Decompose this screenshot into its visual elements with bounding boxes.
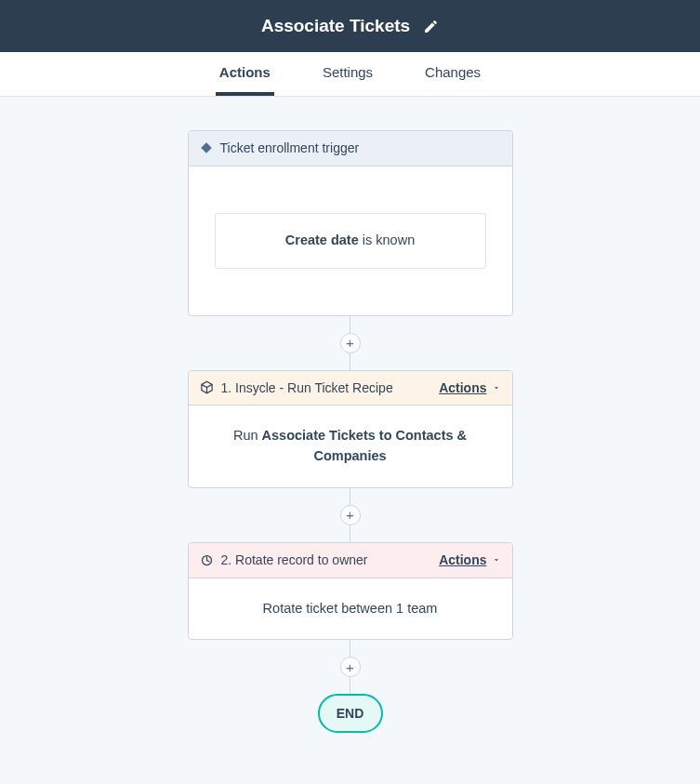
trigger-card-body: Create date is known — [189, 166, 512, 315]
rotate-icon — [200, 553, 214, 567]
add-step-button[interactable]: + — [340, 657, 361, 677]
step-2-header: 2. Rotate record to owner Actions — [189, 543, 512, 578]
connector-line — [350, 677, 350, 694]
edit-icon[interactable] — [423, 19, 439, 34]
tab-actions[interactable]: Actions — [216, 52, 274, 96]
trigger-chip-bold: Create date — [285, 233, 359, 247]
step-1-body: Run Associate Tickets to Contacts & Comp… — [189, 405, 512, 487]
chevron-down-icon — [492, 383, 501, 392]
tab-settings[interactable]: Settings — [319, 52, 376, 96]
step-2-card[interactable]: 2. Rotate record to owner Actions Rotate… — [188, 542, 513, 641]
page-title: Associate Tickets — [261, 16, 410, 36]
trigger-chip-rest: is known — [359, 233, 415, 247]
end-label: END — [337, 706, 364, 721]
connector-3: + — [340, 640, 361, 694]
end-badge: END — [318, 694, 383, 733]
step-1-header-label: 1. Insycle - Run Ticket Recipe — [221, 380, 432, 396]
step-1-actions-label: Actions — [439, 380, 486, 395]
diamond-icon — [200, 141, 213, 154]
step-1-header: 1. Insycle - Run Ticket Recipe Actions — [189, 371, 512, 406]
add-step-button[interactable]: + — [340, 505, 361, 525]
page-header: Associate Tickets — [0, 0, 700, 52]
add-step-button[interactable]: + — [340, 333, 361, 353]
workflow-canvas: Ticket enrollment trigger Create date is… — [0, 97, 700, 784]
step-2-actions-menu[interactable]: Actions — [439, 552, 500, 567]
trigger-card[interactable]: Ticket enrollment trigger Create date is… — [188, 130, 513, 316]
connector-1: + — [340, 316, 361, 370]
connector-line — [350, 316, 350, 333]
trigger-header-label: Ticket enrollment trigger — [220, 140, 501, 156]
step-2-actions-label: Actions — [439, 552, 486, 567]
step-1-actions-menu[interactable]: Actions — [439, 380, 500, 395]
tab-bar: Actions Settings Changes — [0, 52, 700, 97]
step-1-body-bold: Associate Tickets to Contacts & Companie… — [262, 428, 468, 463]
step-2-body: Rotate ticket between 1 team — [189, 578, 512, 640]
connector-line — [350, 353, 350, 370]
tab-changes[interactable]: Changes — [421, 52, 484, 96]
connector-line — [350, 640, 350, 657]
step-1-body-prefix: Run — [233, 428, 262, 443]
chevron-down-icon — [492, 555, 501, 565]
connector-line — [350, 525, 350, 542]
cube-icon — [200, 380, 214, 394]
connector-2: + — [340, 488, 361, 542]
step-2-header-label: 2. Rotate record to owner — [221, 552, 432, 568]
step-1-card[interactable]: 1. Insycle - Run Ticket Recipe Actions R… — [188, 370, 513, 488]
trigger-filter-chip[interactable]: Create date is known — [215, 213, 486, 269]
step-2-body-text: Rotate ticket between 1 team — [263, 601, 438, 616]
connector-line — [350, 488, 350, 505]
trigger-card-header: Ticket enrollment trigger — [189, 131, 512, 166]
